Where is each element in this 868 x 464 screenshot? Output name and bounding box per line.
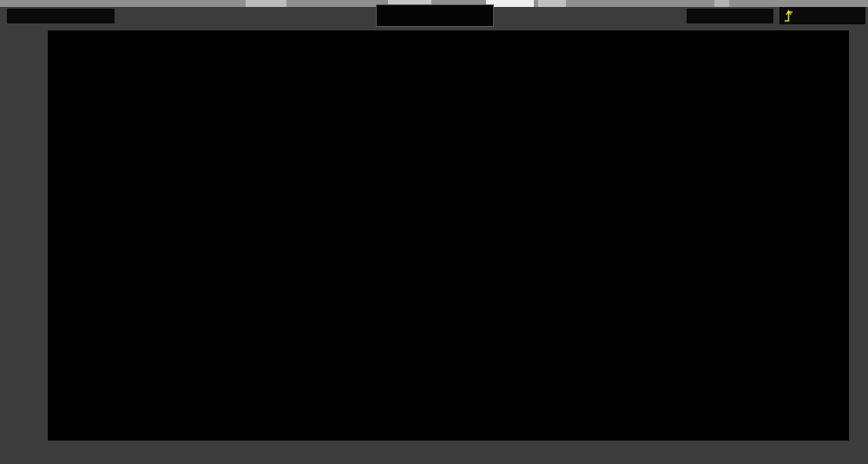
scope-screen	[48, 30, 849, 441]
acquisition-status[interactable]	[7, 9, 115, 23]
window-strip-segment	[714, 0, 729, 7]
rising-edge-icon	[783, 9, 794, 23]
trigger-readout[interactable]	[779, 7, 865, 24]
waveform-preview[interactable]	[376, 4, 494, 27]
window-strip-segment	[246, 0, 286, 7]
window-strip-segment	[538, 0, 566, 7]
timebase-readout[interactable]	[687, 9, 773, 23]
